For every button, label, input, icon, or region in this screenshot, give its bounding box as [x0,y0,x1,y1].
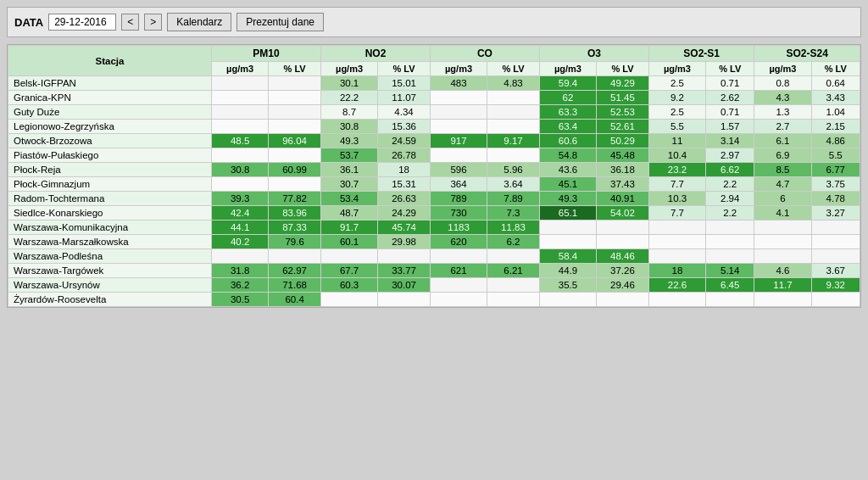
data-cell: 4.7 [754,177,811,192]
data-cell: 60.4 [269,293,321,307]
calendar-button[interactable]: Kalendarz [167,13,231,31]
pm10-group-header: PM10 [212,46,321,62]
data-cell: 6.45 [706,278,754,293]
data-cell [539,293,596,307]
data-cell: 48.7 [321,206,378,220]
data-cell [321,249,378,264]
data-cell [212,148,269,163]
data-cell: 24.29 [378,206,431,220]
data-cell: 2.97 [706,148,754,163]
data-cell [212,76,269,91]
data-table: Stacja PM10 NO2 CO O3 SO2-S1 SO2-S24 µg/… [8,45,860,307]
data-cell: 10.3 [648,192,705,206]
data-cell: 53.4 [321,192,378,206]
data-cell: 10.4 [648,148,705,163]
data-label: DATA [14,16,43,29]
station-cell: Warszawa-Ursynów [8,278,212,293]
data-cell: 11.7 [754,278,811,293]
data-cell: 83.96 [269,206,321,220]
o3-lv-header: % LV [597,62,649,76]
data-cell [269,148,321,163]
data-cell: 36.1 [321,163,378,177]
data-cell: 4.78 [811,192,860,206]
data-cell [487,278,540,293]
data-cell [754,235,811,249]
data-cell [212,91,269,105]
data-cell: 789 [430,192,487,206]
data-cell: 4.86 [811,134,860,148]
data-cell: 54.02 [597,206,649,220]
data-cell: 596 [430,163,487,177]
data-cell: 35.5 [539,278,596,293]
data-cell: 36.18 [597,163,649,177]
data-cell: 22.6 [648,278,705,293]
data-cell: 79.6 [269,235,321,249]
data-cell [487,91,540,105]
data-cell: 60.6 [539,134,596,148]
data-cell: 37.43 [597,177,649,192]
data-cell: 18 [648,264,705,278]
data-cell: 33.77 [378,264,431,278]
data-cell: 11 [648,134,705,148]
date-input[interactable] [48,14,116,31]
data-cell: 77.82 [269,192,321,206]
data-cell: 52.53 [597,105,649,120]
data-cell [706,249,754,264]
data-cell [597,235,649,249]
data-cell: 0.8 [754,76,811,91]
data-cell: 6.21 [487,264,540,278]
data-cell: 30.5 [212,293,269,307]
data-cell: 58.4 [539,249,596,264]
so2s1-group-header: SO2-S1 [648,46,754,62]
data-cell: 26.78 [378,148,431,163]
present-data-button[interactable]: Prezentuj dane [236,13,324,31]
no2-group-header: NO2 [321,46,431,62]
data-cell: 6.2 [487,235,540,249]
data-cell: 2.2 [706,206,754,220]
data-cell: 62 [539,91,596,105]
co-ugm3-header: µg/m3 [430,62,487,76]
station-cell: Płock-Gimnazjum [8,177,212,192]
data-cell: 0.71 [706,76,754,91]
data-cell: 8.5 [754,163,811,177]
so2s1-lv-header: % LV [706,62,754,76]
data-cell [539,235,596,249]
data-cell: 59.4 [539,76,596,91]
data-cell: 54.8 [539,148,596,163]
data-cell: 621 [430,264,487,278]
station-cell: Warszawa-Targówek [8,264,212,278]
pm10-ugm3-header: µg/m3 [212,62,269,76]
station-cell: Żyrardów-Roosevelta [8,293,212,307]
co-lv-header: % LV [487,62,540,76]
data-cell: 60.3 [321,278,378,293]
data-cell: 1.57 [706,120,754,134]
data-cell: 26.63 [378,192,431,206]
data-cell: 5.5 [811,148,860,163]
data-cell: 50.29 [597,134,649,148]
data-cell: 29.98 [378,235,431,249]
data-cell: 49.29 [597,76,649,91]
data-cell: 45.1 [539,177,596,192]
data-cell: 22.2 [321,91,378,105]
data-cell: 364 [430,177,487,192]
data-cell: 18 [378,163,431,177]
data-cell: 62.97 [269,264,321,278]
data-cell: 4.83 [487,76,540,91]
data-cell [378,293,431,307]
data-cell: 730 [430,206,487,220]
data-cell [212,177,269,192]
data-cell: 2.62 [706,91,754,105]
station-column-header: Stacja [8,46,212,76]
data-cell: 43.6 [539,163,596,177]
prev-button[interactable]: < [121,14,139,31]
no2-lv-header: % LV [378,62,431,76]
data-cell [487,148,540,163]
next-button[interactable]: > [144,14,162,31]
data-cell: 1183 [430,220,487,235]
data-cell: 2.2 [706,177,754,192]
data-cell [811,249,860,264]
data-cell: 3.75 [811,177,860,192]
data-cell: 31.8 [212,264,269,278]
data-cell: 24.59 [378,134,431,148]
data-cell [754,220,811,235]
